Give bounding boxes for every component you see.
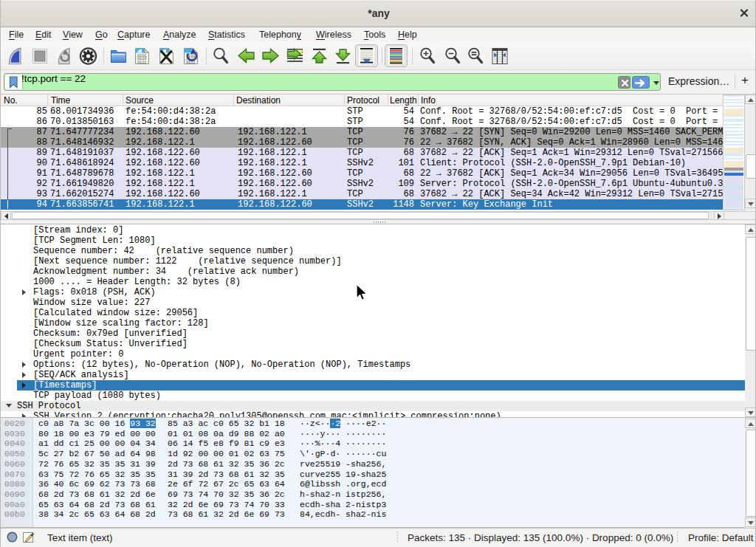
- svg-text:0111: 0111: [137, 61, 146, 65]
